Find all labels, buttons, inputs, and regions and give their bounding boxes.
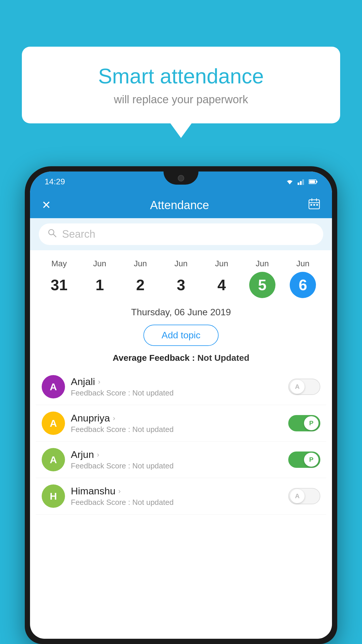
student-avatar: H <box>42 484 65 508</box>
student-name: Anjali › <box>71 376 282 387</box>
chevron-icon: › <box>98 378 100 386</box>
add-topic-container: Add topic <box>30 320 332 351</box>
signal-icon <box>298 178 305 185</box>
search-bar-container: Search <box>30 218 332 250</box>
selected-date: Thursday, 06 June 2019 <box>30 301 332 320</box>
cal-date-number: 31 <box>46 272 72 298</box>
speech-bubble-subtitle: will replace your paperwork <box>45 93 317 106</box>
feedback-score: Feedback Score : Not updated <box>71 425 282 434</box>
toggle-container[interactable]: P <box>288 452 320 468</box>
svg-rect-7 <box>316 181 317 183</box>
speech-bubble-container: Smart attendance will replace your paper… <box>22 47 340 123</box>
battery-icon <box>309 179 317 184</box>
camera <box>178 175 184 181</box>
toggle-knob: A <box>290 380 305 394</box>
svg-rect-5 <box>302 179 304 185</box>
calendar-day[interactable]: Jun3 <box>164 259 198 298</box>
student-avatar: A <box>42 448 65 471</box>
student-item[interactable]: AAnjali ›Feedback Score : Not updatedA <box>36 369 326 405</box>
toggle-knob: P <box>304 453 319 467</box>
student-avatar: A <box>42 375 65 398</box>
student-list: AAnjali ›Feedback Score : Not updatedAAA… <box>30 369 332 514</box>
notch <box>164 172 198 185</box>
wifi-icon <box>285 178 294 185</box>
calendar-icon[interactable] <box>308 198 320 213</box>
close-icon[interactable]: ✕ <box>42 199 51 211</box>
svg-line-17 <box>53 234 56 237</box>
status-bar: 14:29 <box>30 172 332 192</box>
chevron-icon: › <box>97 451 99 459</box>
student-info: Arjun ›Feedback Score : Not updated <box>71 449 282 470</box>
student-item[interactable]: HHimanshu ›Feedback Score : Not updatedA <box>36 478 326 514</box>
cal-month-label: May <box>51 259 67 268</box>
svg-rect-4 <box>300 181 302 185</box>
app-header: ✕ Attendance <box>30 192 332 218</box>
student-item[interactable]: AAnupriya ›Feedback Score : Not updatedP <box>36 405 326 442</box>
cal-month-label: Jun <box>174 259 187 268</box>
svg-rect-3 <box>298 183 299 185</box>
add-topic-button[interactable]: Add topic <box>143 325 218 346</box>
svg-rect-13 <box>310 204 312 206</box>
feedback-score: Feedback Score : Not updated <box>71 498 282 507</box>
search-bar[interactable]: Search <box>39 223 323 245</box>
svg-rect-15 <box>316 204 318 206</box>
chevron-icon: › <box>118 487 121 495</box>
calendar-day[interactable]: Jun6 <box>285 259 320 298</box>
attendance-toggle[interactable]: A <box>288 379 320 395</box>
cal-date-number: 6 <box>290 272 316 298</box>
speech-bubble: Smart attendance will replace your paper… <box>22 47 340 123</box>
cal-date-number: 3 <box>168 272 194 298</box>
status-time: 14:29 <box>45 177 65 186</box>
calendar-day[interactable]: Jun1 <box>82 259 117 298</box>
cal-month-label: Jun <box>134 259 147 268</box>
attendance-toggle[interactable]: P <box>288 415 320 431</box>
student-name: Himanshu › <box>71 485 282 497</box>
toggle-container[interactable]: A <box>288 488 320 504</box>
calendar-day[interactable]: Jun2 <box>123 259 158 298</box>
average-feedback-label: Average Feedback : <box>113 353 197 363</box>
app-header-title: Attendance <box>150 199 209 212</box>
feedback-score: Feedback Score : Not updated <box>71 388 282 398</box>
phone-screen: 14:29 <box>30 172 332 639</box>
search-icon <box>48 228 57 240</box>
phone-frame: 14:29 <box>25 166 337 644</box>
status-icons <box>285 178 317 185</box>
calendar-day[interactable]: May31 <box>42 259 77 298</box>
svg-rect-8 <box>309 180 315 183</box>
student-info: Anjali ›Feedback Score : Not updated <box>71 376 282 398</box>
student-name: Anupriya › <box>71 412 282 424</box>
toggle-knob: P <box>304 416 319 430</box>
speech-bubble-title: Smart attendance <box>45 64 317 88</box>
cal-month-label: Jun <box>215 259 228 268</box>
average-feedback-value: Not Updated <box>197 353 249 363</box>
calendar-day[interactable]: Jun4 <box>204 259 239 298</box>
feedback-score: Feedback Score : Not updated <box>71 461 282 470</box>
attendance-toggle[interactable]: P <box>288 452 320 468</box>
student-item[interactable]: AArjun ›Feedback Score : Not updatedP <box>36 442 326 478</box>
chevron-icon: › <box>113 414 115 422</box>
student-name: Arjun › <box>71 449 282 460</box>
toggle-knob: A <box>290 489 305 503</box>
average-feedback: Average Feedback : Not Updated <box>30 351 332 369</box>
cal-date-number: 2 <box>127 272 154 298</box>
calendar-strip: May31Jun1Jun2Jun3Jun4Jun5Jun6 <box>30 250 332 301</box>
search-input-placeholder: Search <box>62 228 95 240</box>
calendar-day[interactable]: Jun5 <box>245 259 280 298</box>
student-info: Anupriya ›Feedback Score : Not updated <box>71 412 282 434</box>
toggle-container[interactable]: A <box>288 379 320 395</box>
cal-month-label: Jun <box>93 259 106 268</box>
cal-date-number: 5 <box>249 272 275 298</box>
svg-rect-14 <box>313 204 315 206</box>
student-info: Himanshu ›Feedback Score : Not updated <box>71 485 282 507</box>
toggle-container[interactable]: P <box>288 415 320 431</box>
student-avatar: A <box>42 412 65 435</box>
cal-month-label: Jun <box>296 259 310 268</box>
attendance-toggle[interactable]: A <box>288 488 320 504</box>
cal-date-number: 1 <box>87 272 113 298</box>
cal-month-label: Jun <box>256 259 269 268</box>
cal-date-number: 4 <box>208 272 235 298</box>
